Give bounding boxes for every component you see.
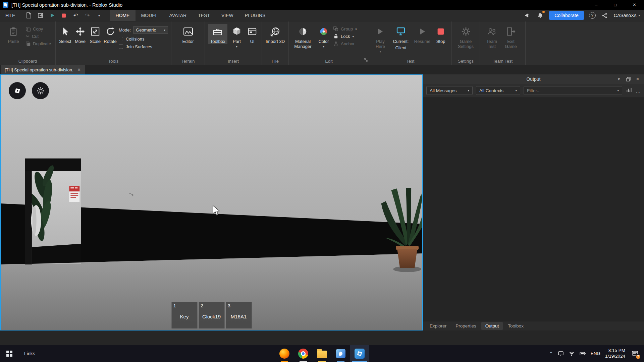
current-client-button[interactable]: Current: Client xyxy=(390,24,411,51)
quick-access-dropdown-icon[interactable]: ▾ xyxy=(95,11,103,19)
quick-settings-button[interactable] xyxy=(32,82,49,99)
share-icon[interactable] xyxy=(601,11,609,19)
output-filter-field[interactable]: ▾ xyxy=(524,86,622,95)
chat-tray-icon[interactable] xyxy=(558,351,564,357)
tab-toolbox[interactable]: Toolbox xyxy=(504,322,528,330)
hotbar-slot-key[interactable]: 1 Key xyxy=(171,302,197,328)
file-explorer-taskbar-button[interactable] xyxy=(313,345,331,362)
paste-button[interactable]: Paste xyxy=(3,24,24,44)
menu-bar-right: Collaborate ? CASasoXs ▾ xyxy=(523,10,644,21)
group-button[interactable]: Group ▾ xyxy=(333,26,357,32)
tab-test[interactable]: TEST xyxy=(192,10,216,21)
duplicate-button[interactable]: Duplicate xyxy=(26,41,51,46)
maximize-button[interactable]: □ xyxy=(606,0,625,10)
window-bottom-strip xyxy=(0,330,644,345)
game-settings-button[interactable]: Game Settings xyxy=(455,24,476,49)
ribbon-group-test: Play Here ▾ Current: Client Resume xyxy=(369,21,452,65)
file-menu-button[interactable]: FILE xyxy=(0,10,21,21)
team-test-button[interactable]: Team Test xyxy=(483,24,500,49)
message-filter-dropdown[interactable]: All Messages ▾ xyxy=(426,86,473,95)
stop-square-icon xyxy=(436,25,446,38)
tab-model[interactable]: MODEL xyxy=(136,10,164,21)
new-file-icon[interactable] xyxy=(25,11,33,19)
collisions-checkbox-row[interactable]: Collisions xyxy=(119,37,168,42)
hotbar-slot-glock19[interactable]: 2 Glock19 xyxy=(199,302,224,328)
anchor-button[interactable]: Anchor xyxy=(333,41,357,46)
select-tool-button[interactable]: Select xyxy=(59,24,72,44)
ui-button[interactable]: UI xyxy=(246,24,259,44)
announcement-icon[interactable] xyxy=(523,11,531,19)
scale-tool-button[interactable]: Scale xyxy=(89,24,102,44)
chrome-taskbar-button[interactable] xyxy=(294,345,313,362)
move-tool-button[interactable]: Move xyxy=(74,24,87,44)
hotbar-slot-m16a1[interactable]: 3 M16A1 xyxy=(226,302,252,328)
tray-expand-icon[interactable]: ⌃ xyxy=(549,351,553,356)
stop-icon[interactable] xyxy=(60,11,68,19)
terrain-editor-button[interactable]: Editor xyxy=(178,24,199,44)
game-viewport[interactable]: 1 Key 2 Glock19 3 M16A1 xyxy=(0,74,423,330)
battery-icon[interactable] xyxy=(580,351,586,357)
tab-explorer[interactable]: Explorer xyxy=(426,322,450,330)
tab-output[interactable]: Output xyxy=(481,322,503,330)
output-log-area[interactable] xyxy=(423,98,644,321)
notifications-bell-icon[interactable] xyxy=(536,11,544,19)
join-surfaces-checkbox[interactable] xyxy=(119,45,123,49)
redo-icon[interactable]: ↷ xyxy=(84,11,92,19)
paint-taskbar-button[interactable] xyxy=(331,345,350,362)
wifi-icon[interactable] xyxy=(569,351,575,356)
color-button[interactable]: Color ▾ xyxy=(316,24,331,48)
material-manager-button[interactable]: Material Manager xyxy=(292,24,314,49)
more-options-icon[interactable]: … xyxy=(636,88,641,94)
tab-properties[interactable]: Properties xyxy=(451,322,480,330)
join-surfaces-checkbox-row[interactable]: Join Surfaces xyxy=(119,44,168,49)
tab-avatar[interactable]: AVATAR xyxy=(163,10,192,21)
play-icon[interactable] xyxy=(48,11,56,19)
mode-select[interactable]: Geometric ▾ xyxy=(133,26,168,34)
panel-collapse-icon[interactable]: ▾ xyxy=(615,75,623,83)
firefox-taskbar-button[interactable] xyxy=(275,345,294,362)
rotate-tool-button[interactable]: Rotate xyxy=(104,24,117,44)
copy-button[interactable]: Copy xyxy=(26,26,51,32)
document-tab[interactable]: [TH] Special operation sub-division. ✕ xyxy=(1,65,85,74)
close-tab-icon[interactable]: ✕ xyxy=(77,67,81,72)
chevron-down-icon: ▾ xyxy=(380,51,381,53)
tab-view[interactable]: VIEW xyxy=(216,10,239,21)
taskbar-clock[interactable]: 8:15 PM 1/19/2024 xyxy=(605,348,625,359)
ribbon-group-file: Import 3D File xyxy=(262,21,289,65)
menu-bar: FILE ↶ ↷ ▾ HOME MODEL AVATAR TEST VIEW xyxy=(0,10,644,21)
lock-button[interactable]: Lock ▾ xyxy=(333,34,357,39)
output-filter-input[interactable] xyxy=(527,88,615,93)
tab-plugins[interactable]: PLUGINS xyxy=(239,10,271,21)
scale-icon xyxy=(90,25,100,38)
panel-close-icon[interactable]: ✕ xyxy=(634,75,641,83)
roblox-studio-taskbar-button[interactable] xyxy=(350,345,369,362)
document-tab-title: [TH] Special operation sub-division. xyxy=(5,67,73,72)
start-button[interactable] xyxy=(0,345,19,362)
import-3d-button[interactable]: Import 3D xyxy=(266,24,285,44)
minimize-button[interactable]: – xyxy=(587,0,606,10)
language-indicator[interactable]: ENG xyxy=(591,351,600,356)
stop-button[interactable]: Stop xyxy=(433,24,448,44)
play-here-button[interactable]: Play Here ▾ xyxy=(372,24,388,53)
cut-button[interactable]: ✂ Cut xyxy=(26,34,51,39)
undo-icon[interactable]: ↶ xyxy=(72,11,80,19)
resume-button[interactable]: Resume xyxy=(413,24,431,44)
toolbox-button[interactable]: Toolbox xyxy=(208,24,227,44)
output-options-icon[interactable] xyxy=(626,87,632,94)
collisions-checkbox[interactable] xyxy=(119,37,123,41)
roblox-menu-button[interactable] xyxy=(9,82,26,99)
file-explorer-icon xyxy=(317,351,327,358)
help-icon[interactable]: ? xyxy=(589,12,596,19)
exit-game-button[interactable]: Exit Game xyxy=(502,24,519,49)
tab-home[interactable]: HOME xyxy=(110,10,136,21)
team-people-icon xyxy=(487,25,497,38)
close-button[interactable]: ✕ xyxy=(625,0,644,10)
action-center-button[interactable]: 7 xyxy=(630,349,640,359)
panel-float-icon[interactable] xyxy=(625,75,632,83)
context-filter-dropdown[interactable]: All Contexts ▾ xyxy=(476,86,520,95)
part-button[interactable]: Part ▾ xyxy=(229,24,244,48)
collaborate-button[interactable]: Collaborate xyxy=(549,11,584,20)
user-account-menu[interactable]: CASasoXs ▾ xyxy=(614,13,640,18)
open-file-icon[interactable] xyxy=(37,11,45,19)
links-toolbar[interactable]: Links xyxy=(24,351,35,356)
